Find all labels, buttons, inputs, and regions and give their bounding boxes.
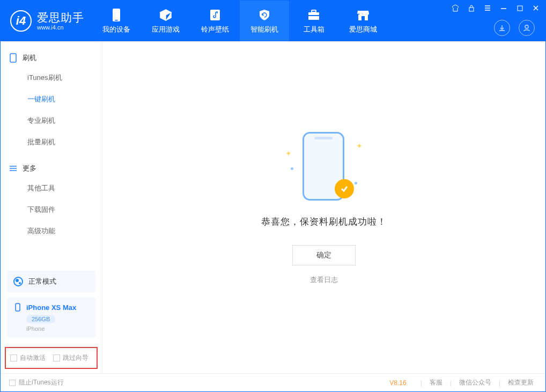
sidebar-item-oneclick-flash[interactable]: 一键刷机: [1, 88, 102, 110]
device-box[interactable]: iPhone XS Max 256GB iPhone: [7, 298, 95, 337]
svg-rect-13: [518, 6, 522, 11]
checkbox-skip-guide[interactable]: 跳过向导: [53, 353, 88, 363]
wechat-link[interactable]: 微信公众号: [456, 378, 495, 387]
checkbox-label: 阻止iTunes运行: [19, 378, 64, 387]
close-icon[interactable]: [532, 4, 540, 12]
store-icon: [356, 8, 370, 22]
separator: |: [495, 379, 505, 387]
device-subtitle: iPhone: [26, 326, 89, 332]
section-label: 刷机: [23, 53, 36, 63]
dot-icon: [355, 182, 357, 184]
brand-url: www.i4.cn: [37, 24, 84, 31]
mode-icon: [13, 277, 23, 286]
download-button[interactable]: [494, 20, 510, 36]
mode-box[interactable]: 正常模式: [7, 271, 95, 292]
success-illustration: ✦ ✦: [281, 130, 367, 205]
svg-rect-7: [361, 16, 365, 20]
mode-label: 正常模式: [28, 277, 56, 286]
header-tabs: 我的设备 应用游戏 铃声壁纸 智能刷机 工具箱 爱思商城: [92, 1, 388, 41]
briefcase-icon: [307, 8, 321, 22]
sidebar-item-advanced[interactable]: 高级功能: [1, 220, 102, 242]
sparkle-icon: ✦: [285, 149, 292, 158]
device-icon: [9, 53, 17, 63]
tab-label: 工具箱: [304, 25, 324, 34]
content-area: ✦ ✦ 恭喜您，保资料刷机成功啦！ 确定 查看日志: [102, 41, 545, 373]
checkbox-block-itunes[interactable]: 阻止iTunes运行: [9, 378, 64, 387]
sidebar-item-pro-flash[interactable]: 专业刷机: [1, 110, 102, 131]
minimize-icon[interactable]: [499, 4, 508, 12]
svg-rect-8: [469, 8, 474, 11]
view-log-link[interactable]: 查看日志: [310, 275, 338, 285]
phone-icon: [109, 8, 123, 22]
checkbox-auto-activate[interactable]: 自动激活: [10, 353, 46, 363]
svg-rect-4: [312, 10, 316, 12]
shield-refresh-icon: [257, 8, 271, 22]
separator: |: [416, 379, 426, 387]
footer: 阻止iTunes运行 V8.16 | 客服 | 微信公众号 | 检查更新: [1, 373, 545, 391]
check-update-link[interactable]: 检查更新: [505, 378, 537, 387]
checkmark-badge-icon: [335, 179, 354, 198]
lock-icon[interactable]: [467, 4, 476, 12]
maximize-icon[interactable]: [515, 4, 524, 12]
sidebar: 刷机 iTunes刷机 一键刷机 专业刷机 批量刷机 更多 其他工具 下载固件 …: [1, 41, 102, 373]
tab-apps-games[interactable]: 应用游戏: [141, 1, 190, 41]
sparkle-icon: ✦: [356, 142, 363, 150]
tab-store[interactable]: 爱思商城: [338, 1, 388, 41]
device-name: iPhone XS Max: [26, 304, 76, 312]
svg-rect-21: [16, 304, 20, 311]
support-link[interactable]: 客服: [426, 378, 446, 387]
account-button[interactable]: [519, 20, 535, 36]
checkbox-icon: [53, 354, 60, 361]
app-window: i4 爱思助手 www.i4.cn 我的设备 应用游戏 铃声壁纸 智能刷机: [0, 0, 546, 392]
tab-label: 我的设备: [102, 25, 130, 34]
tab-toolbox[interactable]: 工具箱: [289, 1, 338, 41]
brand: i4 爱思助手 www.i4.cn: [1, 1, 92, 41]
svg-rect-17: [10, 54, 16, 62]
section-label: 更多: [23, 164, 36, 173]
success-message: 恭喜您，保资料刷机成功啦！: [261, 216, 387, 228]
sidebar-section-flash: 刷机: [1, 49, 102, 67]
brand-logo-icon: i4: [10, 10, 32, 32]
tab-ringtone-wallpaper[interactable]: 铃声壁纸: [190, 1, 240, 41]
dot-icon: [291, 167, 293, 170]
header-right-actions: [494, 20, 535, 36]
sidebar-item-itunes-flash[interactable]: iTunes刷机: [1, 67, 102, 88]
tab-label: 智能刷机: [250, 25, 278, 34]
device-capacity: 256GB: [26, 315, 55, 323]
sidebar-item-other-tools[interactable]: 其他工具: [1, 177, 102, 199]
cube-icon: [159, 8, 173, 22]
checkbox-icon: [10, 354, 17, 361]
music-note-icon: [208, 8, 222, 22]
window-controls: [451, 4, 540, 12]
svg-point-16: [525, 25, 528, 28]
shirt-icon[interactable]: [451, 4, 460, 12]
header: i4 爱思助手 www.i4.cn 我的设备 应用游戏 铃声壁纸 智能刷机: [1, 1, 545, 41]
checkbox-label: 跳过向导: [63, 353, 88, 363]
tab-my-device[interactable]: 我的设备: [92, 1, 141, 41]
tab-label: 爱思商城: [349, 25, 377, 34]
checkbox-icon: [9, 380, 16, 386]
checkbox-label: 自动激活: [20, 353, 46, 363]
tab-label: 铃声壁纸: [201, 25, 229, 34]
svg-rect-5: [308, 15, 319, 16]
menu-icon[interactable]: [483, 4, 492, 12]
separator: |: [446, 379, 456, 387]
svg-rect-2: [210, 10, 220, 20]
ok-button[interactable]: 确定: [292, 245, 356, 265]
brand-title: 爱思助手: [37, 11, 84, 24]
options-row-highlighted: 自动激活 跳过向导: [5, 347, 98, 369]
sidebar-section-more: 更多: [1, 159, 102, 177]
version-label: V8.16: [389, 379, 406, 387]
tab-label: 应用游戏: [152, 25, 180, 34]
body: 刷机 iTunes刷机 一键刷机 专业刷机 批量刷机 更多 其他工具 下载固件 …: [1, 41, 545, 373]
phone-small-icon: [13, 303, 22, 312]
svg-rect-1: [115, 20, 118, 21]
list-icon: [9, 165, 17, 172]
sidebar-item-download-firmware[interactable]: 下载固件: [1, 199, 102, 220]
brand-text: 爱思助手 www.i4.cn: [37, 11, 84, 30]
sidebar-item-batch-flash[interactable]: 批量刷机: [1, 131, 102, 153]
tab-smart-flash[interactable]: 智能刷机: [240, 1, 289, 41]
svg-rect-0: [113, 9, 120, 21]
